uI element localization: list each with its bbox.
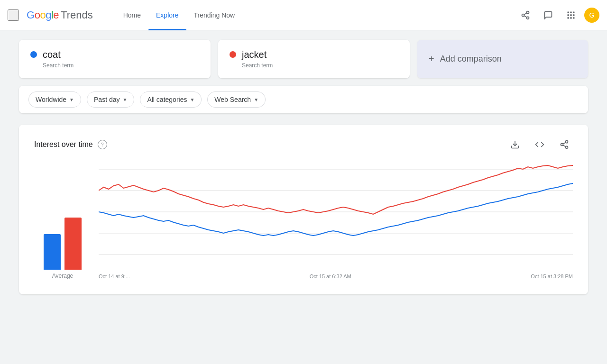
help-icon[interactable]: ? <box>98 140 107 149</box>
jacket-name: jacket <box>242 49 273 60</box>
download-button[interactable] <box>506 136 524 153</box>
add-comparison-label: Add comparison <box>440 54 502 64</box>
x-label-1: Oct 15 at 6:32 AM <box>310 273 351 279</box>
search-term-coat[interactable]: coat Search term <box>19 40 211 78</box>
coat-name: coat <box>43 49 74 60</box>
share-icon <box>521 10 530 20</box>
feedback-icon <box>543 10 553 20</box>
svg-rect-10 <box>573 14 574 16</box>
chevron-down-icon: ▼ <box>254 97 258 102</box>
average-bars <box>44 213 82 270</box>
embed-button[interactable] <box>531 136 548 153</box>
jacket-type: Search term <box>242 62 273 69</box>
embed-icon <box>535 140 544 149</box>
header: Google Trends Home Explore Trending Now <box>0 0 607 30</box>
average-label: Average <box>52 273 73 279</box>
share-chart-button[interactable] <box>556 136 573 153</box>
trends-text: Trends <box>61 9 93 21</box>
filters-row: Worldwide ▼ Past day ▼ All categories ▼ … <box>19 86 588 113</box>
chart-title: Interest over time <box>34 140 93 149</box>
filter-all-categories[interactable]: All categories ▼ <box>140 91 202 108</box>
svg-point-16 <box>561 144 563 146</box>
filter-all-categories-label: All categories <box>147 96 187 103</box>
filter-web-search[interactable]: Web Search ▼ <box>207 91 266 108</box>
svg-point-1 <box>522 14 524 16</box>
apps-icon-btn[interactable] <box>561 6 580 25</box>
svg-line-18 <box>563 145 566 146</box>
bar-coat <box>44 234 61 270</box>
filter-worldwide-label: Worldwide <box>36 96 66 103</box>
x-label-0: Oct 14 at 9:... <box>99 273 130 279</box>
chevron-down-icon: ▼ <box>190 97 194 102</box>
plus-icon: + <box>429 54 434 64</box>
search-term-jacket[interactable]: jacket Search term <box>218 40 410 78</box>
chart-title-group: Interest over time ? <box>34 140 107 149</box>
line-chart-svg: 100 75 50 25 <box>99 164 573 269</box>
apps-icon <box>566 10 576 20</box>
chevron-down-icon: ▼ <box>123 97 128 102</box>
filter-web-search-label: Web Search <box>214 96 251 103</box>
main-nav: Home Explore Trending Now <box>116 0 516 30</box>
coat-type: Search term <box>43 62 74 69</box>
svg-line-19 <box>563 142 566 144</box>
svg-point-15 <box>566 141 568 143</box>
svg-line-4 <box>524 13 527 14</box>
jacket-line <box>99 165 573 214</box>
add-comparison-card[interactable]: + Add comparison <box>417 40 588 78</box>
download-icon <box>510 140 520 149</box>
bar-jacket <box>64 218 82 270</box>
search-terms-row: coat Search term jacket Search term + Ad… <box>19 40 588 78</box>
filter-past-day[interactable]: Past day ▼ <box>87 91 134 108</box>
feedback-icon-btn[interactable] <box>539 6 558 25</box>
nav-home[interactable]: Home <box>116 0 148 30</box>
main-content: coat Search term jacket Search term + Ad… <box>0 30 607 304</box>
google-text: Google <box>27 9 59 21</box>
filter-worldwide[interactable]: Worldwide ▼ <box>28 91 81 108</box>
nav-trending-now[interactable]: Trending Now <box>186 0 243 30</box>
chart-actions <box>506 136 573 153</box>
svg-point-0 <box>527 11 529 13</box>
svg-rect-8 <box>568 14 569 16</box>
svg-rect-13 <box>573 17 574 18</box>
coat-dot <box>30 51 37 58</box>
chart-svg-wrapper: 100 75 50 25 <box>99 164 573 271</box>
chart-main: 100 75 50 25 Oct 14 at 9:... Oct 15 at 6… <box>99 164 573 279</box>
svg-rect-12 <box>570 17 571 18</box>
share-chart-icon <box>560 140 569 149</box>
svg-line-3 <box>524 16 527 17</box>
chart-sidebar: Average <box>34 213 91 279</box>
svg-rect-11 <box>568 17 569 18</box>
avatar[interactable]: G <box>584 8 599 23</box>
logo[interactable]: Google Trends <box>27 9 93 21</box>
share-icon-btn[interactable] <box>516 6 535 25</box>
filter-past-day-label: Past day <box>94 96 120 103</box>
chevron-down-icon: ▼ <box>69 97 74 102</box>
svg-point-2 <box>527 17 529 19</box>
chart-card: Interest over time ? <box>19 125 588 294</box>
header-actions: G <box>516 6 599 25</box>
chart-header: Interest over time ? <box>34 136 573 153</box>
svg-rect-9 <box>570 14 571 16</box>
menu-icon[interactable] <box>8 9 19 21</box>
svg-rect-5 <box>568 11 569 13</box>
svg-point-17 <box>566 146 568 148</box>
jacket-content: jacket Search term <box>242 49 273 69</box>
svg-rect-6 <box>570 11 571 13</box>
chart-area: Average 100 75 50 <box>34 164 573 279</box>
coat-content: coat Search term <box>43 49 74 69</box>
x-label-2: Oct 15 at 3:28 PM <box>531 273 573 279</box>
jacket-dot <box>230 51 236 58</box>
chart-x-labels: Oct 14 at 9:... Oct 15 at 6:32 AM Oct 15… <box>99 273 573 279</box>
nav-explore[interactable]: Explore <box>148 0 186 30</box>
coat-line <box>99 183 573 236</box>
svg-rect-7 <box>573 11 574 13</box>
